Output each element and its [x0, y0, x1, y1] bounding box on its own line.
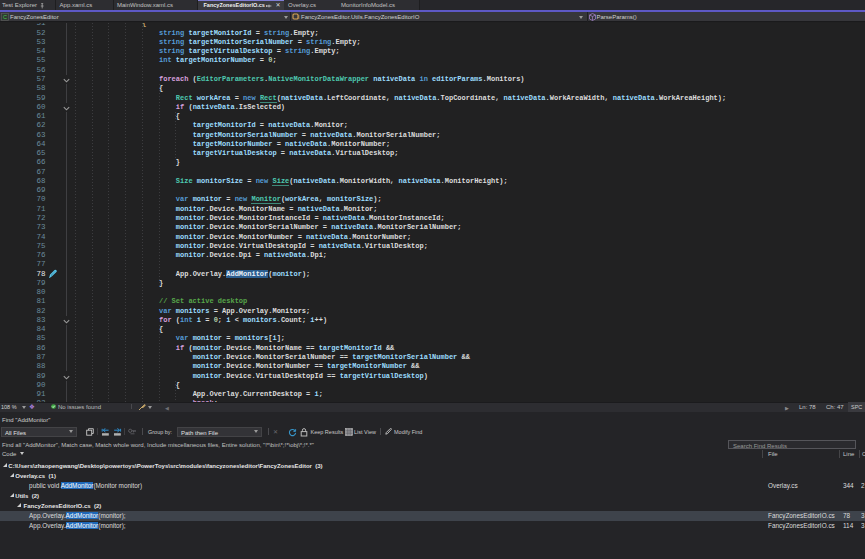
svg-text:C: C [3, 14, 7, 20]
